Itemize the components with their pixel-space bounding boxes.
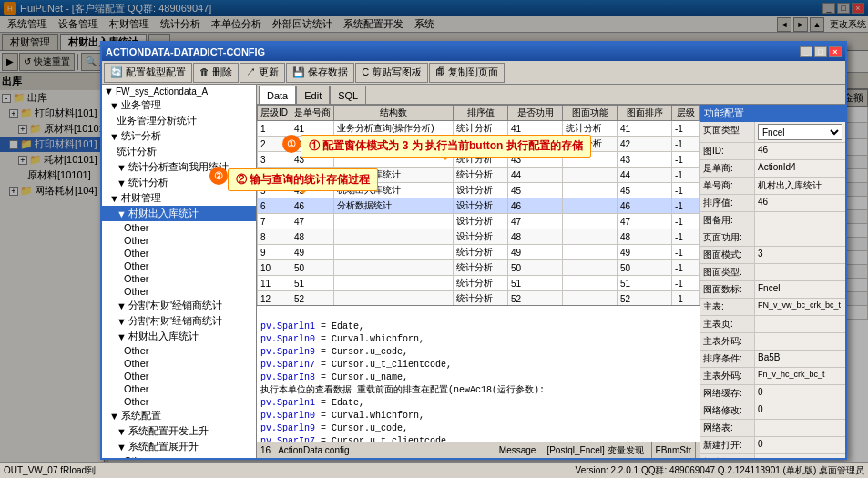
dcell-c6: 统计分析	[563, 121, 618, 137]
dialog-tree-business[interactable]: ▼ 业务管理	[102, 97, 256, 113]
dialog-tree-other10[interactable]: Other	[102, 382, 256, 395]
dialog-tree-other7[interactable]: Other	[102, 344, 256, 357]
expand-icon-split2: ▼	[117, 316, 127, 327]
dialog-delete-btn[interactable]: 🗑 删除	[193, 63, 239, 83]
dcell-c7: 42	[618, 137, 672, 152]
tree-node-other6: Other	[124, 286, 149, 297]
dcell-c7: 46	[618, 198, 672, 214]
dcell-c7: 52	[618, 291, 672, 306]
dcell-id: 3	[258, 152, 291, 168]
dialog-tree-other4[interactable]: Other	[102, 259, 256, 272]
dcell-c6	[563, 198, 618, 214]
dialog-tree-other2[interactable]: Other	[102, 234, 256, 247]
dialog-save-btn[interactable]: 💾 保存数据	[286, 63, 354, 83]
dialog-tree-other3[interactable]: Other	[102, 247, 256, 259]
prop-newopen: 新建打开: 0	[700, 437, 845, 454]
expand-icon-sysconfig: ▼	[109, 411, 119, 422]
prop-pagetype: 图面类型:	[700, 264, 845, 281]
dialog-table-code: 层级ID 是单号商 结构数 排序值 是否功用 图面功能 图面排序 层级	[257, 105, 700, 458]
dcell-c4: 统计分析	[454, 260, 508, 276]
dialog-maximize-btn[interactable]: □	[814, 46, 827, 57]
dcell-c5: 51	[508, 276, 563, 291]
tree-node-other8: Other	[124, 358, 149, 369]
dcell-c5: 52	[508, 291, 563, 306]
config-dialog: ACTIONDATA-DATADICT-CONFIG _ □ × 🔄 配置截型配…	[100, 41, 847, 460]
dcell-c5: 47	[508, 214, 563, 229]
bottom-status-bar: OUT_VW_07 fRload到 Version: 2.2.0.1 QQ群: …	[0, 462, 868, 478]
dialog-tree-bizanalysis[interactable]: 业务管理分析统计	[102, 113, 256, 128]
dcell-c3	[334, 260, 454, 276]
dialog-tree-inout[interactable]: ▼ 村财出入库统计	[102, 206, 256, 221]
tree-node-other10: Other	[124, 383, 149, 394]
prop-label-backup: 图备用:	[700, 212, 755, 229]
dcell-c7: 49	[618, 245, 672, 260]
dcell-c7: 48	[618, 229, 672, 245]
prop-value-ordername: 机村出入库统计	[755, 178, 845, 194]
dcell-c6	[563, 168, 618, 183]
dialog-table-row: 11 51 统计分析 51 51 -1	[258, 276, 700, 291]
dcell-id: 10	[258, 260, 291, 276]
dcell-id: 11	[258, 276, 291, 291]
dcell-c7: 44	[618, 168, 672, 183]
dialog-tree-village[interactable]: ▼ 村财管理	[102, 190, 256, 206]
prop-label-pagefunc: 页面功用:	[700, 229, 755, 246]
dcell-c7: 43	[618, 152, 672, 168]
prop-value-ordernum: ActionId4	[755, 160, 845, 177]
prop-mainextcode2: 主表外码: Fn_v_hc_crk_bc_t	[700, 368, 845, 385]
dcell-c7: 51	[618, 276, 672, 291]
dialog-tree-root[interactable]: ▼ FW_sys_Actiondata_A	[102, 85, 256, 97]
dialog-tree-split1[interactable]: ▼ 分割'村财'经销商统计	[102, 298, 256, 313]
dialog-tree-other8[interactable]: Other	[102, 357, 256, 370]
prop-value-maintable: FN_v_vw_bc_crk_bc_t	[755, 299, 845, 315]
dialog-close-btn[interactable]: ×	[829, 46, 842, 57]
prop-label-newopen2: 新建打开:	[700, 454, 755, 458]
prop-label-functype: 页面类型	[700, 122, 755, 142]
dialog-tree-other11[interactable]: Other	[102, 395, 256, 408]
dcell-c8: -1	[672, 137, 700, 152]
dialog-minimize-btn[interactable]: _	[800, 46, 812, 57]
dcell-id: 7	[258, 214, 291, 229]
dcell-c2: 49	[291, 245, 334, 260]
dcell-c8: -1	[672, 121, 700, 137]
dcell-c4: 统计分析	[454, 121, 508, 137]
tree-node-other12: Other	[124, 455, 149, 458]
dcell-c3: 分析数据统计	[334, 198, 454, 214]
dcell-c4: 设计分析	[454, 229, 508, 245]
prop-select-functype[interactable]: Fncel	[758, 124, 842, 140]
dialog-tree-other6[interactable]: Other	[102, 285, 256, 298]
prop-nettable: 网络表:	[700, 420, 845, 437]
dialog-update-btn[interactable]: ↗ 更新	[240, 63, 285, 83]
prop-ordernum: 是单商: ActionId4	[700, 160, 845, 178]
dcell-c7: 45	[618, 183, 672, 198]
dialog-config-btn[interactable]: 🔄 配置截型配置	[104, 63, 192, 83]
dialog-tab-edit[interactable]: Edit	[296, 86, 330, 104]
dialog-tree-inout2[interactable]: ▼ 村财出入库统计	[102, 329, 256, 344]
dialog-tree-other5[interactable]: Other	[102, 272, 256, 285]
dialog-tree-other1[interactable]: Other	[102, 221, 256, 234]
dialog-tree-sysconfig[interactable]: ▼ 系统配置	[102, 408, 256, 423]
dialog-tab-data[interactable]: Data	[259, 86, 296, 104]
dialog-tree-sysconfigdev[interactable]: ▼ 系统配置开发上升	[102, 423, 256, 439]
btn-fnbmstr[interactable]: FBnmStr	[651, 442, 696, 459]
expand-icon-stats3: ▼	[117, 178, 127, 188]
dialog-tabs: Data Edit SQL	[257, 85, 845, 105]
dialog-tree-split2[interactable]: ▼ 分割'村财'经销商统计	[102, 313, 256, 329]
dialog-copy-page-btn[interactable]: 🗐 复制到页面	[429, 63, 505, 83]
dcell-c3: 业务分析查询(操作分析)	[334, 121, 454, 137]
prop-value-pagelabel: Fncel	[755, 281, 845, 298]
expand-icon-village: ▼	[109, 193, 119, 204]
dcell-c3	[334, 214, 454, 229]
dcol-pagesort: 图面排序	[618, 106, 672, 121]
dialog-tree-stats[interactable]: ▼ 统计分析	[102, 128, 256, 144]
dialog-tree-stats2[interactable]: 统计分析	[102, 144, 256, 159]
dcell-c2: 50	[291, 260, 334, 276]
dialog-tree-other9[interactable]: Other	[102, 370, 256, 382]
prop-label-newopen: 新建打开:	[700, 437, 755, 453]
dialog-copy-board-btn[interactable]: C 剪贴写图板	[355, 63, 428, 83]
dialog-tree-other12[interactable]: Other	[102, 454, 256, 458]
dcell-id: 9	[258, 245, 291, 260]
dialog-tab-sql[interactable]: SQL	[330, 86, 366, 104]
dialog-tree-sysconfigexp[interactable]: ▼ 系统配置展开升	[102, 439, 256, 454]
dcell-c2: 48	[291, 229, 334, 245]
dcell-c5: 50	[508, 260, 563, 276]
